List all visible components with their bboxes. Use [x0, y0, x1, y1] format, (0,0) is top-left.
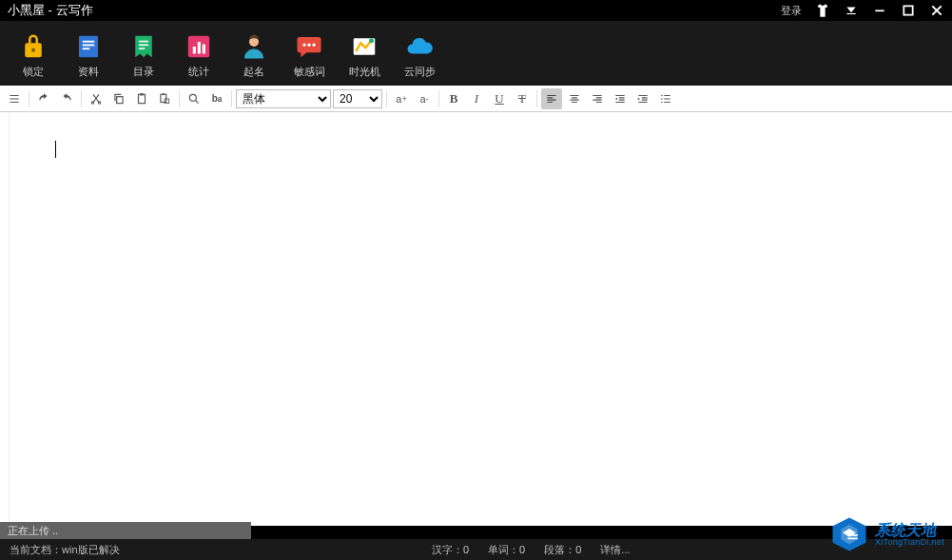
- text-cursor: [55, 141, 56, 158]
- editor-gutter: [0, 112, 10, 526]
- decrease-font-button[interactable]: a-: [414, 88, 435, 109]
- svg-rect-8: [139, 40, 148, 42]
- svg-rect-1: [875, 10, 884, 11]
- align-left-button[interactable]: [541, 88, 562, 109]
- svg-rect-9: [139, 44, 148, 46]
- stats-button[interactable]: 统计: [177, 32, 221, 79]
- format-toolbar: ba 黑体 20 a+ a- B I U T: [0, 86, 952, 112]
- sensitive-button[interactable]: 敏感词: [287, 32, 331, 79]
- svg-point-17: [307, 43, 310, 46]
- align-right-button[interactable]: [587, 88, 608, 109]
- detail-link[interactable]: 详情...: [600, 543, 630, 557]
- search-button[interactable]: [184, 88, 204, 109]
- stats-label: 统计: [188, 65, 209, 79]
- separator: [29, 90, 29, 107]
- font-name-select[interactable]: 黑体: [236, 89, 331, 108]
- app-title: 小黑屋 - 云写作: [8, 2, 93, 19]
- separator: [386, 90, 387, 107]
- paste-special-button[interactable]: [154, 88, 175, 109]
- statusbar: 当前文档：win版已解决 汉字：0 单词：0 段落：0 详情...: [0, 539, 952, 560]
- svg-point-16: [302, 43, 305, 46]
- lock-icon: [19, 32, 48, 61]
- menu-icon[interactable]: [4, 88, 25, 109]
- increase-font-button[interactable]: a+: [391, 88, 412, 109]
- login-link[interactable]: 登录: [781, 4, 802, 18]
- svg-point-20: [369, 38, 374, 43]
- maximize-icon[interactable]: [901, 3, 916, 18]
- sensitive-label: 敏感词: [294, 65, 325, 79]
- strikethrough-button[interactable]: T: [512, 88, 533, 109]
- text-editor[interactable]: [10, 112, 952, 526]
- list-button[interactable]: [655, 88, 676, 109]
- material-button[interactable]: 资料: [67, 32, 110, 79]
- material-label: 资料: [78, 65, 99, 79]
- indent-decrease-button[interactable]: [610, 88, 631, 109]
- svg-rect-13: [198, 42, 201, 54]
- svg-rect-26: [161, 94, 166, 102]
- cloud-icon: [405, 32, 434, 61]
- svg-rect-27: [163, 93, 165, 95]
- undo-button[interactable]: [33, 88, 54, 109]
- separator: [231, 90, 232, 107]
- svg-point-22: [98, 101, 100, 103]
- minimize-icon[interactable]: [872, 3, 887, 18]
- upload-status: 正在上传 ..: [0, 522, 251, 539]
- timemachine-label: 时光机: [349, 65, 380, 79]
- separator: [438, 90, 439, 107]
- cut-button[interactable]: [86, 88, 107, 109]
- indent-increase-button[interactable]: [632, 88, 653, 109]
- naming-button[interactable]: 起名: [232, 32, 276, 79]
- hanzi-count: 汉字：0: [432, 543, 469, 557]
- copy-button[interactable]: [108, 88, 129, 109]
- svg-point-31: [661, 98, 663, 100]
- lock-button[interactable]: 锁定: [11, 32, 55, 79]
- timemachine-icon: [350, 32, 379, 61]
- svg-point-32: [661, 101, 663, 103]
- svg-rect-34: [847, 534, 858, 536]
- book-icon: [74, 32, 103, 61]
- chat-icon: [295, 32, 323, 61]
- toc-label: 目录: [133, 65, 154, 79]
- align-center-button[interactable]: [564, 88, 585, 109]
- para-count: 段落：0: [544, 543, 581, 557]
- italic-button[interactable]: I: [466, 88, 487, 109]
- svg-rect-4: [79, 35, 98, 57]
- titlebar: 小黑屋 - 云写作 登录: [0, 0, 952, 21]
- svg-rect-7: [83, 48, 90, 49]
- upload-status-text: 正在上传 ..: [8, 524, 58, 538]
- separator: [179, 90, 180, 107]
- word-count: 单词：0: [488, 543, 525, 557]
- svg-point-3: [31, 48, 35, 51]
- cloudsync-label: 云同步: [404, 65, 436, 79]
- list-icon: [129, 32, 158, 61]
- chart-icon: [185, 32, 213, 61]
- current-doc: 当前文档：win版已解决: [10, 543, 120, 557]
- toc-button[interactable]: 目录: [122, 32, 165, 79]
- underline-button[interactable]: U: [489, 88, 510, 109]
- person-icon: [240, 32, 268, 61]
- svg-rect-12: [193, 47, 196, 54]
- svg-rect-2: [903, 6, 912, 14]
- editor-area: [0, 112, 952, 526]
- svg-point-21: [91, 101, 93, 103]
- svg-rect-23: [117, 96, 123, 103]
- dropdown-icon[interactable]: [844, 3, 859, 18]
- close-icon[interactable]: [929, 3, 944, 18]
- shirt-icon[interactable]: [815, 3, 830, 18]
- svg-rect-25: [140, 93, 144, 95]
- paste-button[interactable]: [131, 88, 152, 109]
- svg-point-30: [661, 94, 663, 96]
- font-size-select[interactable]: 20: [333, 89, 382, 108]
- naming-label: 起名: [243, 65, 264, 79]
- lock-label: 锁定: [23, 65, 44, 79]
- main-toolbar: 锁定 资料 目录 统计 起名 敏感词 时光机: [0, 21, 952, 86]
- svg-rect-24: [139, 94, 146, 103]
- replace-button[interactable]: ba: [206, 88, 227, 109]
- svg-rect-6: [83, 44, 95, 46]
- bold-button[interactable]: B: [443, 88, 464, 109]
- svg-point-29: [189, 94, 196, 101]
- svg-point-18: [312, 43, 315, 46]
- timemachine-button[interactable]: 时光机: [342, 32, 386, 79]
- redo-button[interactable]: [56, 88, 77, 109]
- cloudsync-button[interactable]: 云同步: [398, 32, 441, 79]
